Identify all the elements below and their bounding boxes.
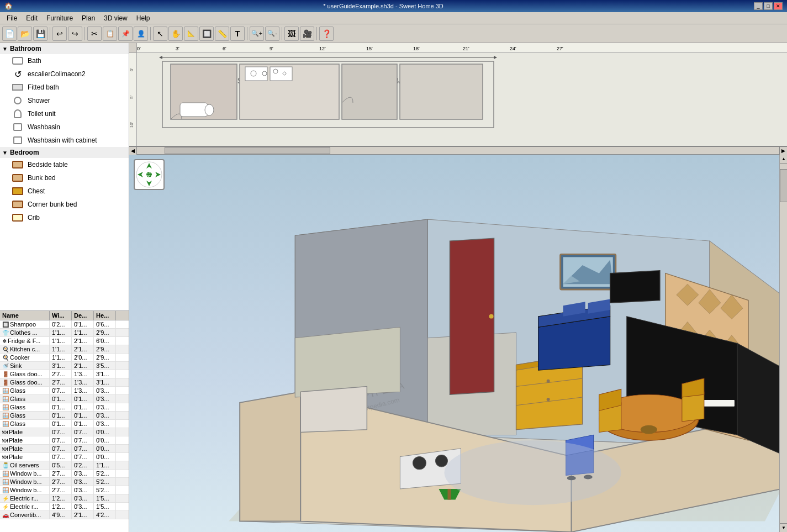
paste-button[interactable]: 📌	[118, 27, 133, 41]
cell-width: 2'7...	[50, 470, 72, 477]
table-row[interactable]: ⚡Electric r... 1'2... 0'3... 1'5...	[0, 494, 129, 503]
item-washbasin-cabinet[interactable]: Washbasin with cabinet	[0, 134, 129, 147]
import-photo-button[interactable]: 🖼	[284, 27, 299, 41]
item-corner-bunk[interactable]: Corner bunk bed	[0, 198, 129, 211]
category-bathroom[interactable]: ▼ Bathroom	[0, 43, 129, 54]
item-crib[interactable]: Crib	[0, 211, 129, 224]
svg-text:10': 10'	[129, 122, 134, 128]
vscroll-down-button[interactable]: ▼	[780, 523, 787, 532]
table-row[interactable]: 🚪Glass doo... 2'7... 1'3... 3'1...	[0, 378, 129, 387]
zoom-out-button[interactable]: 🔍-	[265, 27, 279, 41]
table-row[interactable]: 🍳Kitchen c... 1'1... 2'1... 2'9...	[0, 345, 129, 354]
vertical-scrollbar-right[interactable]: ▲ ▼	[779, 155, 787, 532]
cell-name: 🪟Glass	[0, 412, 50, 419]
compass[interactable]: ew per	[134, 159, 165, 190]
cell-depth: 0'3...	[72, 494, 94, 502]
table-row[interactable]: 🪟Window b... 2'7... 0'3... 5'2...	[0, 486, 129, 494]
vscroll-up-button[interactable]: ▲	[780, 155, 787, 164]
table-row[interactable]: ⚡Electric r... 1'2... 0'3... 1'5...	[0, 503, 129, 511]
table-row[interactable]: ❄Fridge & F... 1'1... 2'1... 6'0...	[0, 337, 129, 345]
draw-room-tool[interactable]: 🔲	[199, 27, 214, 41]
table-row[interactable]: 🚗Convertib... 4'9... 2'1... 4'2...	[0, 511, 129, 519]
cell-depth: 0'1...	[72, 412, 94, 419]
table-row[interactable]: 🍽Plate 0'7... 0'7... 0'0...	[0, 428, 129, 436]
draw-wall-tool[interactable]: 📐	[184, 27, 198, 41]
furniture-list-table[interactable]: Name Wi... De... He... 🔲Shampoo 0'2... 0…	[0, 311, 129, 532]
window-controls[interactable]: _ □ ✕	[754, 2, 783, 10]
create-video-button[interactable]: 🎥	[300, 27, 314, 41]
vscroll-thumb[interactable]	[780, 169, 787, 202]
open-button[interactable]: 📂	[18, 27, 32, 41]
cell-name: 🪟Glass	[0, 387, 50, 394]
svg-marker-35	[450, 238, 494, 394]
table-row[interactable]: 🔲Shampoo 0'2... 0'1... 0'6...	[0, 320, 129, 329]
item-washbasin[interactable]: Washbasin	[0, 120, 129, 134]
item-toilet[interactable]: Toilet unit	[0, 107, 129, 120]
cell-depth: 0'2...	[72, 461, 94, 469]
pan-tool[interactable]: ✋	[168, 27, 183, 41]
table-row[interactable]: 🪟Window b... 2'7... 0'3... 5'2...	[0, 470, 129, 478]
item-escalier[interactable]: ↺ escalierColimacon2	[0, 67, 129, 81]
ruler-mark-27: 27'	[557, 46, 563, 51]
menu-file[interactable]: File	[2, 13, 22, 23]
table-row[interactable]: 🍽Plate 0'7... 0'7... 0'0...	[0, 436, 129, 445]
table-row[interactable]: 🚪Glass doo... 2'7... 1'3... 3'1...	[0, 370, 129, 378]
scrollbar-track[interactable]	[137, 147, 779, 154]
add-furniture-button[interactable]: 👤	[134, 27, 148, 41]
table-row[interactable]: 🚿Sink 3'1... 2'1... 3'5...	[0, 362, 129, 370]
cut-button[interactable]: ✂	[87, 27, 102, 41]
plan-2d[interactable]: 46.88 sq ft CUISINE BAINS	[129, 53, 787, 147]
table-row[interactable]: 🍽Plate 0'7... 0'7... 0'0...	[0, 453, 129, 461]
horizontal-scrollbar[interactable]: ◄ ►	[129, 147, 787, 155]
cell-height: 6'0...	[94, 337, 116, 345]
furniture-tree[interactable]: ▼ Bathroom Bath ↺ escalierColimacon2 Fit…	[0, 43, 129, 311]
table-row[interactable]: 🪟Glass 0'1... 0'1... 0'3...	[0, 412, 129, 420]
redo-button[interactable]: ↪	[68, 27, 82, 41]
cell-height: 1'5...	[94, 503, 116, 510]
zoom-in-button[interactable]: 🔍+	[250, 27, 264, 41]
item-fitted-bath[interactable]: Fitted bath	[0, 81, 129, 94]
category-bedroom[interactable]: ▼ Bedroom	[0, 147, 129, 158]
item-bath[interactable]: Bath	[0, 54, 129, 67]
table-row[interactable]: 🍽Plate 0'7... 0'7... 0'0...	[0, 445, 129, 453]
menu-plan[interactable]: Plan	[77, 13, 99, 23]
table-row[interactable]: 🫙Oil servers 0'5... 0'2... 1'1...	[0, 461, 129, 470]
undo-button[interactable]: ↩	[52, 27, 67, 41]
maximize-button[interactable]: □	[764, 2, 773, 10]
cell-height: 0'0...	[94, 453, 116, 461]
cell-depth: 0'1...	[72, 403, 94, 411]
scroll-right-button[interactable]: ►	[779, 147, 787, 155]
draw-dimension-tool[interactable]: 📏	[215, 27, 229, 41]
table-row[interactable]: 👕Clothes ... 1'1... 1'1... 2'9...	[0, 329, 129, 337]
item-chest[interactable]: Chest	[0, 185, 129, 198]
menu-3d view[interactable]: 3D view	[99, 13, 132, 23]
item-shower[interactable]: Shower	[0, 94, 129, 107]
view-3d[interactable]: SOFTPEDIA www.softpedia.com	[129, 155, 787, 532]
select-tool[interactable]: ↖	[153, 27, 167, 41]
ruler-mark-0: 0'	[137, 46, 141, 51]
add-text-tool[interactable]: T	[230, 27, 245, 41]
copy-button[interactable]: 📋	[103, 27, 117, 41]
cell-width: 0'7...	[50, 436, 72, 444]
help-button[interactable]: ❓	[319, 27, 334, 41]
menu-furniture[interactable]: Furniture	[42, 13, 77, 23]
cell-height: 3'1...	[94, 370, 116, 378]
table-row[interactable]: 🪟Glass 0'1... 0'1... 0'3...	[0, 420, 129, 428]
cell-height: 1'1...	[94, 461, 116, 469]
menu-edit[interactable]: Edit	[22, 13, 42, 23]
item-bunk-bed[interactable]: Bunk bed	[0, 171, 129, 185]
save-button[interactable]: 💾	[33, 27, 47, 41]
table-row[interactable]: 🪟Glass 0'1... 0'1... 0'3...	[0, 395, 129, 403]
item-bedside[interactable]: Bedside table	[0, 158, 129, 171]
new-button[interactable]: 📄	[2, 27, 17, 41]
cell-width: 0'7...	[50, 453, 72, 461]
table-row[interactable]: 🍳Cooker 1'1... 2'0... 2'9...	[0, 354, 129, 362]
scrollbar-thumb[interactable]	[165, 147, 330, 154]
minimize-button[interactable]: _	[754, 2, 763, 10]
table-row[interactable]: 🪟Glass 0'1... 0'1... 0'3...	[0, 403, 129, 412]
table-row[interactable]: 🪟Glass 0'7... 1'3... 0'3...	[0, 387, 129, 395]
table-row[interactable]: 🪟Window b... 2'7... 0'3... 5'2...	[0, 478, 129, 486]
close-button[interactable]: ✕	[774, 2, 783, 10]
scroll-left-button[interactable]: ◄	[129, 147, 137, 155]
menu-help[interactable]: Help	[132, 13, 155, 23]
